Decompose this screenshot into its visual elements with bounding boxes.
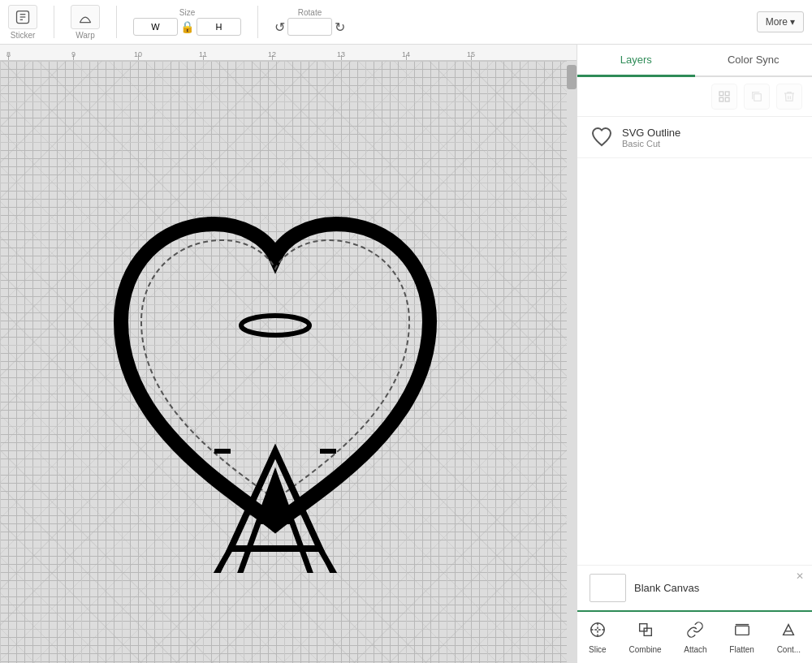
svg-point-5 xyxy=(241,316,309,335)
design-area xyxy=(24,85,526,639)
ruler-mark-11: 11 xyxy=(199,50,207,58)
more-label: More xyxy=(766,16,788,28)
svg-rect-18 xyxy=(644,628,651,635)
blank-canvas-thumb xyxy=(590,574,626,602)
svg-rect-9 xyxy=(719,92,723,96)
svg-rect-17 xyxy=(639,624,646,631)
canvas-area[interactable]: 8 9 10 11 12 13 14 15 xyxy=(0,45,577,663)
delete-layer-btn[interactable] xyxy=(776,84,802,110)
svg-rect-10 xyxy=(725,92,729,96)
layer-heart-icon xyxy=(590,126,613,149)
ruler-mark-12: 12 xyxy=(268,50,276,58)
panel-tabs: Layers Color Sync xyxy=(577,45,812,77)
more-button[interactable]: More ▾ xyxy=(757,11,804,32)
contour-icon xyxy=(780,621,797,643)
layer-item-svg-outline[interactable]: SVG Outline Basic Cut xyxy=(577,117,812,158)
svg-rect-11 xyxy=(719,97,723,101)
scrollbar-thumb[interactable] xyxy=(567,65,577,89)
divider-3 xyxy=(257,6,258,38)
flatten-btn[interactable]: Flatten xyxy=(723,617,761,658)
width-input[interactable] xyxy=(133,18,178,36)
rotate-inputs: Rotate ↺ ↻ xyxy=(274,8,345,36)
combine-icon xyxy=(637,621,654,643)
rotate-label: Rotate xyxy=(298,8,322,17)
ruler-top: 8 9 10 11 12 13 14 15 xyxy=(0,45,577,61)
lock-icon: 🔒 xyxy=(180,20,194,33)
sticker-tool[interactable]: Sticker xyxy=(8,5,37,40)
layer-thumb xyxy=(590,125,614,149)
warp-tool[interactable]: Warp xyxy=(71,5,100,40)
flatten-label: Flatten xyxy=(729,645,754,654)
duplicate-layer-btn[interactable] xyxy=(744,84,770,110)
blank-canvas-close-icon[interactable]: ✕ xyxy=(796,570,804,582)
slice-label: Slice xyxy=(589,645,607,654)
contour-btn[interactable]: Cont... xyxy=(771,617,807,658)
size-inputs: Size 🔒 xyxy=(133,8,241,36)
rotate-cw-icon: ↻ xyxy=(335,19,345,35)
layer-type: Basic Cut xyxy=(622,139,800,149)
move-layer-up-btn[interactable] xyxy=(711,84,737,110)
layer-name: SVG Outline xyxy=(622,127,800,139)
ruler-mark-10: 10 xyxy=(134,50,142,58)
blank-canvas-label: Blank Canvas xyxy=(634,582,699,594)
flatten-icon xyxy=(733,621,751,643)
warp-icon[interactable] xyxy=(71,5,100,29)
main-area: 8 9 10 11 12 13 14 15 xyxy=(0,45,812,663)
tab-layers[interactable]: Layers xyxy=(577,45,695,77)
attach-icon xyxy=(686,621,704,643)
ruler-mark-13: 13 xyxy=(337,50,345,58)
sticker-label: Sticker xyxy=(11,31,36,40)
slice-btn[interactable]: Slice xyxy=(582,617,613,658)
combine-label: Combine xyxy=(629,645,662,654)
scrollbar-right[interactable] xyxy=(567,61,577,663)
divider-1 xyxy=(54,6,54,38)
size-label: Size xyxy=(179,8,195,17)
contour-label: Cont... xyxy=(777,645,801,654)
panel-content: SVG Outline Basic Cut Blank Canvas ✕ xyxy=(577,117,812,610)
attach-label: Attach xyxy=(684,645,706,654)
rotate-input[interactable] xyxy=(287,18,332,36)
ruler-mark-15: 15 xyxy=(467,50,475,58)
sticker-icon[interactable] xyxy=(8,5,37,29)
svg-rect-13 xyxy=(754,94,762,101)
ruler-mark-14: 14 xyxy=(402,50,410,58)
svg-rect-19 xyxy=(735,626,749,635)
more-chevron-icon: ▾ xyxy=(790,16,795,28)
grid-canvas xyxy=(0,61,567,663)
layer-info: SVG Outline Basic Cut xyxy=(622,127,800,149)
tab-color-sync[interactable]: Color Sync xyxy=(695,45,813,77)
ruler-mark-8: 8 xyxy=(6,50,11,58)
right-panel: Layers Color Sync xyxy=(577,45,812,663)
heart-svg xyxy=(72,151,478,573)
svg-marker-21 xyxy=(784,625,794,635)
height-input[interactable] xyxy=(197,18,241,36)
panel-bottom-toolbar: Slice Combine Attach xyxy=(577,610,812,663)
slice-icon xyxy=(589,621,607,643)
warp-label: Warp xyxy=(76,31,95,40)
svg-rect-12 xyxy=(725,97,729,101)
top-toolbar: Sticker Warp Size 🔒 Rotate ↺ ↻ More xyxy=(0,0,812,45)
ruler-mark-9: 9 xyxy=(71,50,76,58)
panel-toolbar xyxy=(577,77,812,117)
attach-btn[interactable]: Attach xyxy=(677,617,713,658)
rotate-ccw-icon: ↺ xyxy=(274,19,285,35)
divider-2 xyxy=(116,6,117,38)
combine-btn[interactable]: Combine xyxy=(623,617,668,658)
blank-canvas-section[interactable]: Blank Canvas ✕ xyxy=(577,565,812,610)
